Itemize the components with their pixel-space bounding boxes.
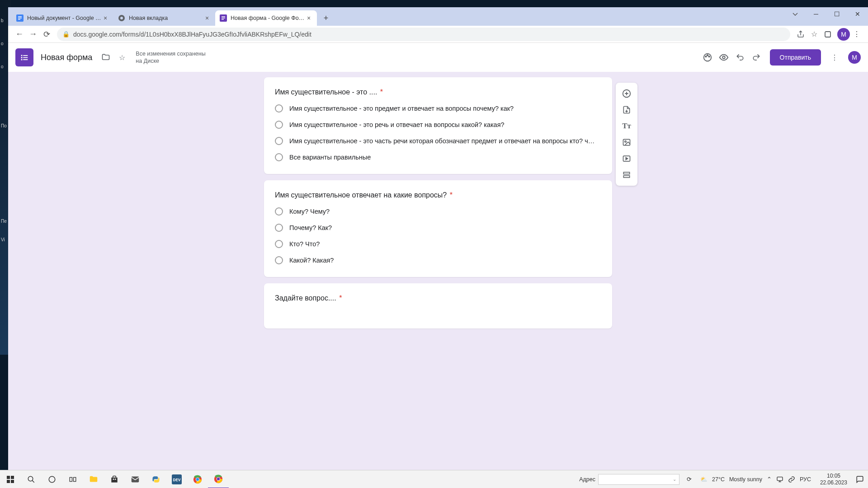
store-icon[interactable] (104, 470, 125, 488)
address-combobox[interactable]: ⌄ (598, 474, 679, 485)
minimize-button[interactable]: ─ (806, 7, 826, 21)
svg-point-24 (625, 141, 626, 142)
account-avatar[interactable]: М (848, 51, 861, 64)
forms-icon (220, 14, 227, 22)
weather-temp[interactable]: 27°C (712, 476, 725, 483)
send-button[interactable]: Отправить (770, 49, 821, 66)
clock[interactable]: 10:05 22.06.2023 (816, 473, 852, 486)
forward-button[interactable]: → (26, 28, 40, 41)
file-explorer-icon[interactable] (83, 470, 104, 488)
close-icon[interactable]: × (305, 14, 312, 22)
close-icon[interactable]: × (102, 14, 109, 22)
extensions-icon[interactable] (821, 28, 835, 41)
maximize-button[interactable]: ☐ (826, 7, 847, 21)
link-icon[interactable] (788, 476, 795, 483)
svg-point-19 (707, 55, 708, 56)
svg-rect-9 (222, 19, 224, 20)
question-title[interactable]: Имя существительное отвечает на какие во… (275, 191, 601, 199)
address-label: Адрес (579, 476, 595, 483)
python-icon[interactable] (146, 470, 166, 488)
radio-option[interactable]: Имя существительное - это предмет и отве… (275, 104, 601, 113)
radio-icon (275, 256, 283, 264)
reload-button[interactable]: ⟳ (40, 28, 53, 41)
question-title[interactable]: Имя существительное - это .... * (275, 88, 601, 96)
url-input[interactable]: 🔒 docs.google.com/forms/d/1L0sH0bxX8BJlH… (57, 28, 790, 41)
svg-rect-11 (21, 55, 23, 56)
add-title-icon[interactable]: Тт (618, 118, 635, 134)
svg-rect-14 (23, 57, 28, 58)
radio-icon (275, 121, 283, 129)
weather-desc[interactable]: Mostly sunny (729, 476, 762, 483)
move-to-folder-icon[interactable] (98, 49, 114, 66)
tab-forms[interactable]: Новая форма - Google Формы × (215, 10, 317, 26)
preview-icon[interactable] (716, 49, 732, 66)
add-video-icon[interactable] (618, 150, 635, 167)
search-icon[interactable] (21, 470, 42, 488)
forms-header: Новая форма ☆ Все изменения сохранены на… (8, 43, 868, 72)
svg-rect-28 (7, 476, 10, 479)
close-icon[interactable]: × (203, 14, 211, 22)
question-card[interactable]: Имя существительное - это .... * Имя сущ… (264, 77, 612, 174)
browser-window: Новый документ - Google Доку × Новая вкл… (8, 7, 868, 488)
menu-icon[interactable]: ⋮ (850, 28, 863, 41)
radio-option[interactable]: Кому? Чему? (275, 207, 601, 216)
svg-point-44 (196, 478, 199, 480)
chrome-icon[interactable] (187, 470, 208, 488)
svg-rect-12 (23, 55, 28, 56)
radio-option[interactable]: Кто? Что? (275, 240, 601, 248)
profile-avatar[interactable]: М (837, 28, 850, 41)
radio-option[interactable]: Имя существительное - это речь и отвечае… (275, 121, 601, 129)
form-canvas[interactable]: Имя существительное - это .... * Имя сущ… (8, 72, 868, 488)
share-icon[interactable] (794, 28, 807, 41)
radio-option[interactable]: Почему? Как? (275, 224, 601, 232)
weather-icon[interactable]: ⛅ (700, 476, 708, 483)
cortana-icon[interactable] (42, 470, 62, 488)
tabsearch-icon[interactable] (785, 7, 806, 21)
language-indicator[interactable]: РУС (800, 476, 811, 483)
svg-rect-27 (623, 176, 629, 178)
redo-icon[interactable] (748, 49, 764, 66)
new-tab-button[interactable]: + (320, 12, 332, 24)
radio-option[interactable]: Имя существительное - это часть речи кот… (275, 137, 601, 145)
customize-theme-icon[interactable] (699, 49, 716, 66)
radio-option[interactable]: Все варианты правильные (275, 153, 601, 161)
mail-icon[interactable] (125, 470, 146, 488)
star-icon[interactable]: ☆ (114, 49, 130, 66)
radio-icon (275, 224, 283, 232)
address-refresh-icon[interactable]: ⟳ (682, 470, 696, 488)
start-button[interactable] (0, 470, 21, 488)
back-button[interactable]: ← (13, 28, 26, 41)
add-image-icon[interactable] (618, 134, 635, 150)
bookmark-icon[interactable]: ☆ (807, 28, 821, 41)
svg-rect-7 (222, 16, 225, 17)
svg-point-18 (705, 56, 706, 57)
tab-title: Новая форма - Google Формы (231, 15, 305, 21)
add-question-icon[interactable] (618, 85, 635, 102)
tab-newtab[interactable]: Новая вкладка × (113, 10, 215, 26)
display-icon[interactable] (776, 476, 783, 483)
forms-logo-icon[interactable] (15, 48, 33, 66)
add-section-icon[interactable] (618, 167, 635, 183)
question-card[interactable]: Имя существительное отвечает на какие во… (264, 180, 612, 277)
tray-chevron-icon[interactable]: ⌃ (767, 476, 772, 483)
devcpp-icon[interactable]: DEV (166, 470, 187, 488)
form-title-input[interactable]: Новая форма (41, 53, 92, 62)
svg-point-47 (217, 477, 220, 480)
tab-docs[interactable]: Новый документ - Google Доку × (12, 10, 113, 26)
import-questions-icon[interactable] (618, 102, 635, 118)
undo-icon[interactable] (732, 49, 748, 66)
radio-option[interactable]: Какой? Какая? (275, 256, 601, 264)
svg-rect-16 (23, 59, 28, 60)
address-bar: ← → ⟳ 🔒 docs.google.com/forms/d/1L0sH0bx… (8, 26, 868, 43)
svg-point-32 (28, 476, 33, 481)
question-card[interactable]: Задайте вопрос.... * (264, 283, 612, 328)
notifications-icon[interactable] (852, 470, 868, 488)
chrome-active-icon[interactable] (208, 470, 229, 488)
question-toolbar: Тт (616, 83, 637, 186)
more-icon[interactable]: ⋮ (826, 49, 843, 66)
close-button[interactable]: ✕ (847, 7, 868, 21)
radio-icon (275, 104, 283, 113)
task-view-icon[interactable] (62, 470, 83, 488)
question-title[interactable]: Задайте вопрос.... * (275, 294, 601, 302)
svg-rect-48 (777, 477, 783, 480)
